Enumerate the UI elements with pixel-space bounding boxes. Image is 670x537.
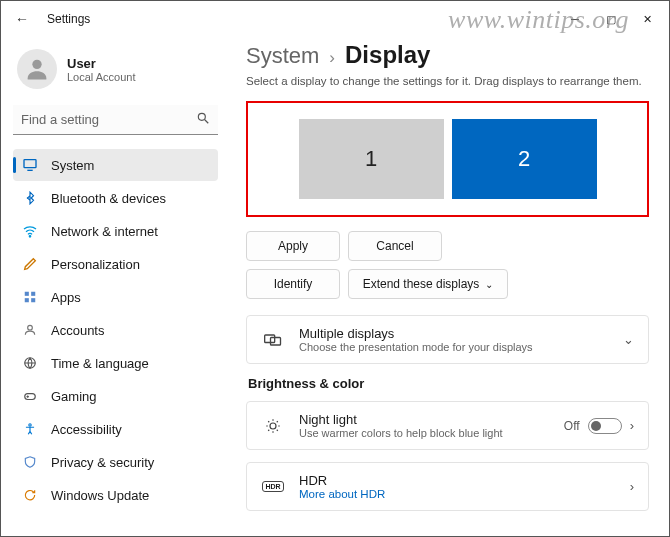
svg-rect-9 bbox=[31, 298, 35, 302]
cancel-button[interactable]: Cancel bbox=[348, 231, 442, 261]
accounts-icon bbox=[21, 321, 39, 339]
sidebar-item-label: Privacy & security bbox=[51, 455, 154, 470]
identify-button[interactable]: Identify bbox=[246, 269, 340, 299]
back-button[interactable]: ← bbox=[11, 8, 33, 30]
monitor-1[interactable]: 1 bbox=[299, 119, 444, 199]
sidebar-item-label: Gaming bbox=[51, 389, 97, 404]
sidebar-item-personalization[interactable]: Personalization bbox=[13, 248, 218, 280]
user-block[interactable]: User Local Account bbox=[13, 41, 218, 105]
multiple-displays-card[interactable]: Multiple displays Choose the presentatio… bbox=[246, 315, 649, 364]
wifi-icon bbox=[21, 222, 39, 240]
svg-point-10 bbox=[28, 325, 33, 330]
hdr-link[interactable]: More about HDR bbox=[299, 488, 385, 500]
hdr-card[interactable]: HDR HDR More about HDR › bbox=[246, 462, 649, 511]
chevron-right-icon[interactable]: › bbox=[630, 479, 634, 494]
multi-display-icon bbox=[261, 328, 285, 352]
svg-rect-12 bbox=[25, 394, 36, 400]
svg-point-0 bbox=[32, 60, 41, 69]
sidebar-item-label: Personalization bbox=[51, 257, 140, 272]
brush-icon bbox=[21, 255, 39, 273]
search-input[interactable] bbox=[13, 105, 218, 135]
sidebar-item-bluetooth[interactable]: Bluetooth & devices bbox=[13, 182, 218, 214]
card-sub: Choose the presentation mode for your di… bbox=[299, 341, 533, 353]
extend-label: Extend these displays bbox=[363, 277, 480, 291]
sidebar-item-privacy[interactable]: Privacy & security bbox=[13, 446, 218, 478]
section-brightness: Brightness & color bbox=[248, 376, 649, 391]
night-light-card[interactable]: Night light Use warmer colors to help bl… bbox=[246, 401, 649, 450]
svg-rect-16 bbox=[265, 335, 275, 343]
svg-rect-6 bbox=[25, 292, 29, 296]
night-light-toggle[interactable] bbox=[588, 418, 622, 434]
sidebar-item-label: Apps bbox=[51, 290, 81, 305]
search-icon bbox=[196, 111, 210, 128]
page-title: Display bbox=[345, 41, 430, 69]
accessibility-icon bbox=[21, 420, 39, 438]
card-sub: Use warmer colors to help block blue lig… bbox=[299, 427, 503, 439]
minimize-button[interactable]: ─ bbox=[557, 5, 593, 33]
sidebar-item-apps[interactable]: Apps bbox=[13, 281, 218, 313]
user-name: User bbox=[67, 56, 136, 71]
monitor-2[interactable]: 2 bbox=[452, 119, 597, 199]
page-subtitle: Select a display to change the settings … bbox=[246, 75, 649, 87]
chevron-right-icon[interactable]: › bbox=[630, 418, 634, 433]
chevron-down-icon: ⌄ bbox=[623, 332, 634, 347]
card-title: Night light bbox=[299, 412, 503, 427]
chevron-right-icon: › bbox=[329, 48, 335, 68]
sidebar-item-update[interactable]: Windows Update bbox=[13, 479, 218, 511]
sidebar-item-accessibility[interactable]: Accessibility bbox=[13, 413, 218, 445]
maximize-button[interactable]: ▢ bbox=[593, 5, 629, 33]
bluetooth-icon bbox=[21, 189, 39, 207]
sidebar-item-system[interactable]: System bbox=[13, 149, 218, 181]
svg-point-5 bbox=[29, 236, 30, 237]
globe-icon bbox=[21, 354, 39, 372]
apps-icon bbox=[21, 288, 39, 306]
card-title: Multiple displays bbox=[299, 326, 533, 341]
sidebar-item-label: Windows Update bbox=[51, 488, 149, 503]
sidebar-item-label: Time & language bbox=[51, 356, 149, 371]
svg-rect-7 bbox=[31, 292, 35, 296]
display-arrangement[interactable]: 1 2 bbox=[246, 101, 649, 217]
sidebar-item-time[interactable]: Time & language bbox=[13, 347, 218, 379]
update-icon bbox=[21, 486, 39, 504]
system-icon bbox=[21, 156, 39, 174]
card-title: HDR bbox=[299, 473, 385, 488]
svg-point-15 bbox=[29, 424, 31, 426]
sidebar-item-label: Bluetooth & devices bbox=[51, 191, 166, 206]
svg-rect-3 bbox=[24, 160, 36, 168]
close-button[interactable]: ✕ bbox=[629, 5, 665, 33]
sidebar-item-accounts[interactable]: Accounts bbox=[13, 314, 218, 346]
shield-icon bbox=[21, 453, 39, 471]
svg-point-18 bbox=[270, 423, 276, 429]
night-light-icon bbox=[261, 414, 285, 438]
sidebar-item-label: Accessibility bbox=[51, 422, 122, 437]
toggle-state: Off bbox=[564, 419, 580, 433]
hdr-icon: HDR bbox=[261, 475, 285, 499]
svg-rect-17 bbox=[271, 337, 281, 345]
sidebar-item-label: Accounts bbox=[51, 323, 104, 338]
chevron-down-icon: ⌄ bbox=[485, 279, 493, 290]
avatar-icon bbox=[17, 49, 57, 89]
window-title: Settings bbox=[47, 12, 90, 26]
extend-dropdown[interactable]: Extend these displays ⌄ bbox=[348, 269, 508, 299]
sidebar-item-label: Network & internet bbox=[51, 224, 158, 239]
svg-point-1 bbox=[198, 113, 205, 120]
apply-button[interactable]: Apply bbox=[246, 231, 340, 261]
svg-rect-8 bbox=[25, 298, 29, 302]
user-sub: Local Account bbox=[67, 71, 136, 83]
sidebar-item-label: System bbox=[51, 158, 94, 173]
svg-line-2 bbox=[205, 120, 209, 124]
sidebar-item-gaming[interactable]: Gaming bbox=[13, 380, 218, 412]
breadcrumb-parent[interactable]: System bbox=[246, 43, 319, 69]
sidebar-item-network[interactable]: Network & internet bbox=[13, 215, 218, 247]
gaming-icon bbox=[21, 387, 39, 405]
breadcrumb: System › Display bbox=[246, 41, 649, 69]
